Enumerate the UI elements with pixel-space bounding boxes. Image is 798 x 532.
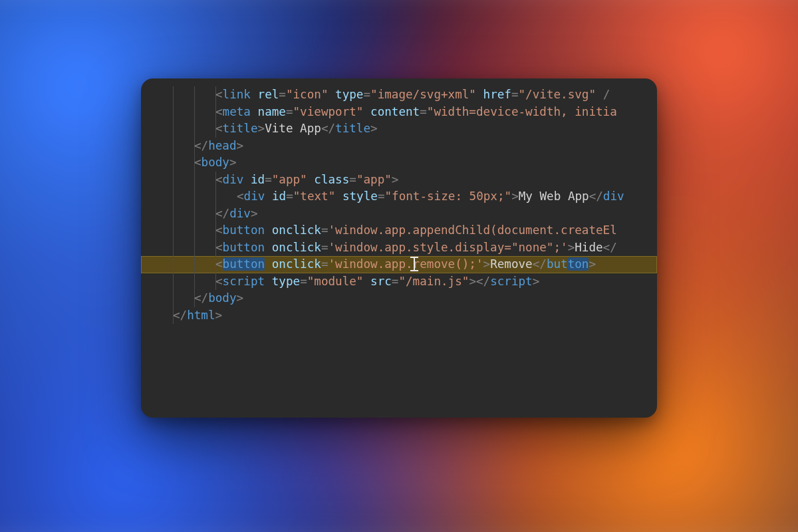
code-line[interactable]: <body> [141, 154, 657, 172]
token-text [265, 257, 272, 271]
code-line[interactable]: <title>Vite App</title> [141, 120, 657, 138]
token-str: "viewport" [293, 105, 364, 118]
token-tag: body [201, 156, 229, 169]
code-line-content: </html> [153, 309, 222, 322]
token-attr: rel [258, 88, 279, 101]
code-line[interactable]: <meta name="viewport" content="width=dev… [141, 104, 657, 121]
token-tag: meta [223, 105, 251, 118]
token-tag: head [208, 139, 236, 152]
token-br: = [349, 173, 356, 186]
token-br: < [194, 156, 201, 169]
token-text [265, 190, 272, 203]
token-br: > [589, 257, 596, 271]
token-text [363, 105, 370, 118]
token-text [265, 275, 272, 288]
token-tag: div [603, 190, 624, 203]
token-attr: id [272, 190, 286, 203]
token-br: = [511, 88, 519, 101]
token-br: > [370, 122, 378, 135]
token-br: < [215, 122, 223, 135]
token-text [243, 173, 251, 186]
token-br: < [215, 223, 223, 237]
token-br: < [215, 173, 223, 186]
token-str: "/main.js" [398, 275, 469, 288]
token-br: < [215, 275, 223, 288]
code-line[interactable]: <button onclick='window.app.style.displa… [141, 239, 657, 257]
code-line[interactable]: </head> [141, 138, 657, 155]
code-line-content: <div id="app" class="app"> [153, 173, 398, 186]
token-tag: div [223, 173, 244, 186]
token-br: < [215, 105, 223, 118]
token-br: < [215, 88, 223, 101]
token-br: = [420, 105, 427, 118]
token-tag: but [547, 257, 568, 271]
code-line-content: <link rel="icon" type="image/svg+xml" hr… [153, 88, 610, 101]
token-br: = [321, 257, 329, 271]
token-text [596, 88, 603, 101]
token-tag: script [490, 275, 533, 288]
token-tag: title [223, 122, 258, 135]
token-text [265, 223, 272, 237]
code-line-content: <button onclick='window.app.remove();'>R… [153, 257, 596, 271]
token-attr: type [335, 88, 363, 101]
token-tag: button [223, 257, 265, 271]
token-br: = [321, 223, 329, 237]
code-line-content: <meta name="viewport" content="width=dev… [153, 105, 617, 118]
code-line[interactable]: <div id="text" style="font-size: 50px;">… [141, 188, 657, 205]
token-text [251, 88, 258, 101]
token-br: > [229, 156, 237, 169]
code-line-content: </div> [153, 207, 258, 220]
code-line[interactable]: </body> [141, 290, 657, 307]
token-str: "app" [272, 173, 307, 186]
token-br: </ [476, 275, 490, 288]
code-line-content: </body> [153, 291, 243, 305]
code-line[interactable]: <button onclick='window.app.remove();'>R… [141, 256, 657, 273]
token-tag: div [244, 190, 265, 203]
token-br: = [321, 241, 329, 254]
code-editor-window[interactable]: <link rel="icon" type="image/svg+xml" hr… [141, 78, 657, 418]
token-br: = [265, 173, 272, 186]
code-line[interactable]: <script type="module" src="/main.js"></s… [141, 273, 657, 291]
code-area[interactable]: <link rel="icon" type="image/svg+xml" hr… [141, 78, 657, 324]
token-text: My Web App [519, 190, 589, 203]
code-line[interactable]: <div id="app" class="app"> [141, 172, 657, 189]
token-br: > [237, 291, 244, 305]
code-line[interactable]: <link rel="icon" type="image/svg+xml" hr… [141, 86, 657, 104]
token-text: Remove [490, 257, 533, 271]
token-br: > [568, 241, 575, 254]
token-attr: id [251, 173, 265, 186]
code-line[interactable]: <button onclick='window.app.appendChild(… [141, 222, 657, 239]
token-tag: script [223, 275, 265, 288]
token-text [363, 275, 370, 288]
token-str: 'window.app.remove();' [329, 257, 483, 271]
code-line[interactable]: </div> [141, 205, 657, 223]
token-str: "icon" [286, 88, 329, 101]
token-attr: type [272, 275, 300, 288]
token-tag: button [223, 241, 265, 254]
code-line-content: </head> [153, 139, 243, 152]
code-line-content: <button onclick='window.app.appendChild(… [153, 223, 617, 237]
token-br: > [237, 139, 244, 152]
token-br: > [511, 190, 519, 203]
code-line[interactable]: </html> [141, 307, 657, 325]
token-br: </ [194, 291, 208, 305]
token-str: "text" [293, 190, 336, 203]
token-br: > [533, 275, 540, 288]
token-br: = [392, 275, 399, 288]
token-tag: ton [568, 257, 589, 271]
token-tag: link [223, 88, 251, 101]
code-line-content: <button onclick='window.app.style.displa… [153, 241, 617, 254]
token-br: </ [173, 309, 187, 322]
token-br: / [603, 88, 610, 101]
token-br: < [237, 190, 244, 203]
token-br: = [300, 275, 307, 288]
token-br: < [215, 241, 223, 254]
token-str: "font-size: 50px;" [384, 190, 511, 203]
token-str: "/vite.svg" [519, 88, 597, 101]
token-tag: html [187, 309, 215, 322]
token-tag: div [229, 207, 251, 220]
token-tag: button [223, 223, 265, 237]
token-br: > [258, 122, 265, 135]
token-br: </ [321, 122, 335, 135]
token-text [335, 190, 342, 203]
